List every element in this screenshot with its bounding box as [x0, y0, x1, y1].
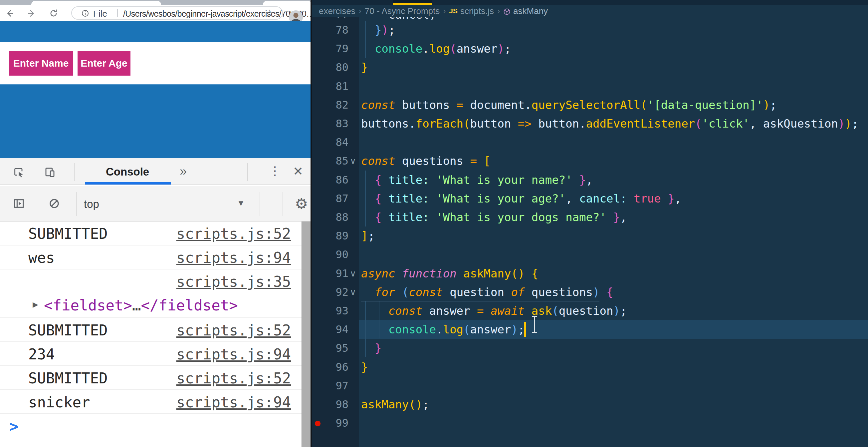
code-line-97[interactable]: 97 [312, 377, 868, 395]
code-text: async function askMany() { [361, 264, 538, 283]
enter-name-button[interactable]: Enter Name [9, 51, 73, 76]
code-text: console.log(answer); [361, 39, 511, 58]
text-cursor [524, 322, 526, 337]
dom-element-preview[interactable]: <fieldset>…</fieldset> [44, 297, 238, 314]
console-sidebar-icon[interactable] [13, 198, 25, 209]
code-line-79[interactable]: 79 console.log(answer); [312, 39, 868, 58]
code-line-92[interactable]: 92∨ for (const question of questions) { [312, 283, 868, 302]
console-log-value: SUBMITTED [28, 225, 107, 242]
page-header-band [0, 21, 312, 42]
code-line-88[interactable]: 88 { title: 'What is your dogs name?' }, [312, 208, 868, 227]
line-number[interactable]: 84 [312, 133, 348, 152]
line-number[interactable]: 90 [312, 245, 348, 264]
tab-console[interactable]: Console [106, 166, 149, 178]
breadcrumb-folder[interactable]: 70 - Async Prompts [365, 6, 440, 16]
console-log-value: 234 [28, 346, 55, 363]
chevron-right-icon: › [440, 6, 449, 16]
source-link[interactable]: scripts.js:52 [176, 370, 291, 387]
console-row: scripts.js:35▶<fieldset>…</fieldset> [0, 269, 312, 318]
expand-triangle-icon[interactable]: ▶ [33, 299, 38, 310]
device-toolbar-icon[interactable] [44, 167, 55, 178]
source-link[interactable]: scripts.js:35 [176, 273, 291, 290]
line-number[interactable]: 98 [312, 395, 348, 414]
context-dropdown-icon[interactable]: ▼ [237, 199, 245, 208]
line-number[interactable]: 86 [312, 171, 348, 189]
console-settings-gear-icon[interactable]: ⚙ [295, 195, 308, 212]
reload-icon[interactable] [49, 9, 58, 18]
fold-chevron-icon[interactable]: ∨ [350, 283, 356, 302]
line-number[interactable]: 80 [312, 58, 348, 77]
code-text: const questions = [ [361, 152, 491, 171]
page-info-icon[interactable] [81, 9, 89, 17]
source-link[interactable]: scripts.js:52 [176, 225, 291, 242]
source-link[interactable]: scripts.js:94 [176, 249, 291, 266]
code-line-86[interactable]: 86 { title: 'What is your name?' }, [312, 171, 868, 189]
browser-second-tab[interactable] [263, 1, 312, 5]
code-text: for (const question of questions) { [361, 283, 613, 302]
browser-window: File /Users/wesbos/beginner-javascript/e… [0, 0, 312, 447]
kebab-menu-icon[interactable]: ⋮ [269, 164, 281, 178]
code-line-96[interactable]: 96} [312, 358, 868, 377]
code-line-78[interactable]: 78 }); [312, 21, 868, 40]
fold-chevron-icon[interactable]: ∨ [350, 264, 356, 283]
code-text: { title: 'What is your dogs name?' }, [361, 208, 627, 227]
browser-active-tab[interactable] [31, 1, 161, 5]
more-tabs-icon[interactable]: » [180, 164, 187, 179]
code-line-93[interactable]: 93 const answer = await ask(question); [312, 301, 868, 321]
line-number[interactable]: 92 [312, 283, 348, 302]
close-devtools-icon[interactable]: ✕ [293, 164, 303, 179]
line-number[interactable]: 95 [312, 339, 348, 358]
breadcrumb-symbol[interactable]: askMany [513, 6, 548, 16]
code-line-95[interactable]: 95 } [312, 339, 868, 358]
code-line-87[interactable]: 87 { title: 'What is your age?', cancel:… [312, 189, 868, 208]
code-line-98[interactable]: 98askMany(); [312, 395, 868, 414]
clear-console-icon[interactable] [49, 198, 60, 209]
line-number[interactable]: 94 [312, 320, 348, 339]
back-icon[interactable] [5, 9, 14, 18]
code-line-84[interactable]: 84 [312, 133, 868, 152]
line-number[interactable]: 78 [312, 21, 348, 40]
code-line-89[interactable]: 89]; [312, 227, 868, 245]
code-line-90[interactable]: 90 [312, 245, 868, 264]
bookmark-star-icon[interactable]: ☆ [265, 7, 274, 19]
line-number[interactable]: 79 [312, 39, 348, 58]
code-line-81[interactable]: 81 [312, 77, 868, 96]
breadcrumb-folder[interactable]: exercises [319, 6, 355, 16]
line-number[interactable]: 88 [312, 208, 348, 227]
line-number[interactable]: 81 [312, 77, 348, 96]
line-number[interactable]: 82 [312, 96, 348, 115]
line-number[interactable]: 85 [312, 152, 348, 171]
line-number[interactable]: 89 [312, 227, 348, 245]
enter-age-button[interactable]: Enter Age [78, 51, 130, 76]
symbol-function-icon [503, 8, 510, 15]
code-line-82[interactable]: 82const buttons = document.querySelector… [312, 96, 868, 115]
line-number[interactable]: 87 [312, 189, 348, 208]
source-link[interactable]: scripts.js:52 [176, 322, 291, 339]
fold-chevron-icon[interactable]: ∨ [350, 152, 356, 171]
line-number[interactable]: 93 [312, 301, 348, 321]
forward-icon[interactable] [27, 9, 36, 18]
page-button-band: Enter Name Enter Age [0, 42, 312, 84]
code-line-83[interactable]: 83buttons.forEach(button => button.addEv… [312, 114, 868, 133]
context-selector[interactable]: top [84, 198, 99, 210]
inspect-element-icon[interactable] [13, 167, 24, 178]
console-scrollbar[interactable] [302, 221, 311, 447]
code-line-85[interactable]: 85∨const questions = [ [312, 152, 868, 171]
source-link[interactable]: scripts.js:94 [176, 346, 291, 363]
console-row: wesscripts.js:94 [0, 245, 312, 269]
line-number[interactable]: 97 [312, 377, 348, 395]
code-line-94[interactable]: 94 console.log(answer); [312, 320, 868, 339]
window-edge-seam [311, 0, 312, 447]
code-line-80[interactable]: 80} [312, 58, 868, 77]
console-prompt[interactable]: > [0, 414, 312, 439]
code-line-99[interactable]: 99 [312, 414, 868, 433]
line-number[interactable]: 91 [312, 264, 348, 283]
source-link[interactable]: scripts.js:94 [176, 394, 291, 411]
url-text[interactable]: /Users/wesbos/beginner-javascript/exerci… [123, 9, 314, 19]
console-log-value: SUBMITTED [28, 322, 107, 339]
line-number[interactable]: 96 [312, 358, 348, 377]
breadcrumb-file[interactable]: scripts.js [460, 6, 494, 16]
line-number[interactable]: 83 [312, 114, 348, 133]
address-bar[interactable]: File /Users/wesbos/beginner-javascript/e… [71, 6, 283, 20]
code-line-91[interactable]: 91∨async function askMany() { [312, 264, 868, 283]
